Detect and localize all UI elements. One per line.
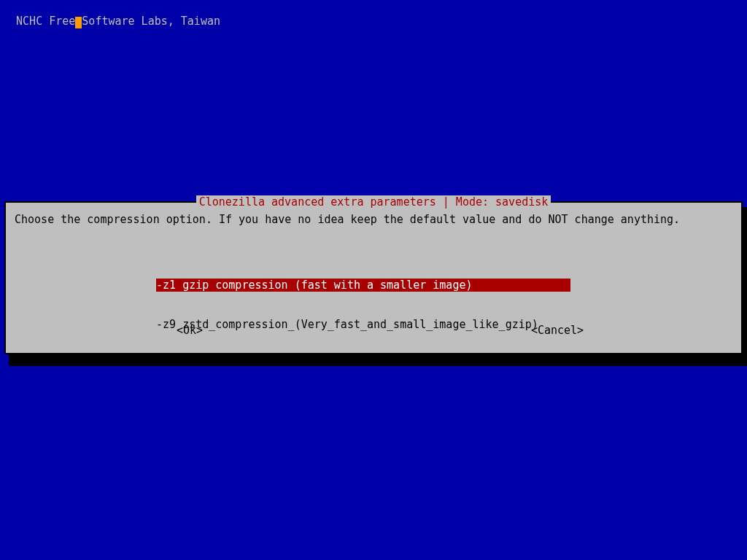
option-list: -z1 gzip compression (fast with a smalle… bbox=[156, 252, 570, 357]
cancel-button[interactable]: <Cancel> bbox=[374, 324, 741, 337]
ok-button[interactable]: <Ok> bbox=[6, 324, 374, 337]
dialog-title: Clonezilla advanced extra parameters | M… bbox=[6, 195, 741, 209]
text-cursor bbox=[75, 17, 82, 28]
option-z1-gzip[interactable]: -z1 gzip compression (fast with a smalle… bbox=[156, 279, 570, 292]
dialog-shadow bbox=[9, 354, 747, 366]
dialog-shadow bbox=[743, 207, 747, 366]
dialog-buttons: <Ok> <Cancel> bbox=[6, 324, 741, 337]
header-text: NCHC FreeSoftware Labs, Taiwan bbox=[3, 1, 220, 28]
dialog-prompt: Choose the compression option. If you ha… bbox=[15, 213, 732, 226]
compression-dialog: Clonezilla advanced extra parameters | M… bbox=[4, 201, 743, 354]
